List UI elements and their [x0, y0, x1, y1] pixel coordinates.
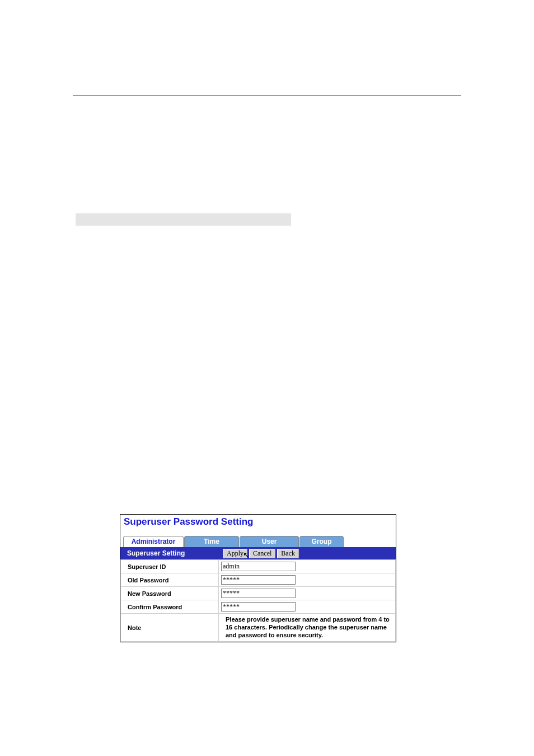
row-note: Note Please provide superuser name and p…	[121, 614, 396, 642]
input-new-password[interactable]	[221, 589, 296, 598]
input-superuser-id[interactable]	[221, 562, 296, 571]
row-old-password: Old Password	[121, 573, 396, 587]
tab-time[interactable]: Time	[184, 536, 239, 547]
tab-user[interactable]: User	[240, 536, 299, 547]
input-old-password[interactable]	[221, 575, 296, 585]
panel-title: Superuser Password Setting	[120, 515, 396, 536]
label-old-password: Old Password	[121, 573, 219, 587]
cancel-button[interactable]: Cancel	[249, 549, 275, 558]
back-button[interactable]: Back	[277, 549, 299, 558]
row-new-password: New Password	[121, 587, 396, 600]
section-header: Superuser Setting Apply ↖ Cancel Back	[120, 547, 396, 559]
apply-button-label: Apply	[227, 549, 243, 557]
tab-strip: Administrator Time User Group	[120, 536, 396, 547]
apply-button[interactable]: Apply ↖	[223, 549, 247, 558]
label-new-password: New Password	[121, 587, 219, 600]
tab-group[interactable]: Group	[299, 536, 344, 547]
input-confirm-password[interactable]	[221, 602, 296, 612]
row-superuser-id: Superuser ID	[121, 560, 396, 573]
section-heading: Superuser Setting	[120, 549, 221, 557]
label-confirm-password: Confirm Password	[121, 600, 219, 614]
label-note: Note	[121, 614, 219, 642]
label-superuser-id: Superuser ID	[121, 560, 219, 573]
note-text: Please provide superuser name and passwo…	[219, 614, 396, 642]
tab-administrator[interactable]: Administrator	[123, 536, 184, 547]
settings-table: Superuser ID Old Password New Password C…	[120, 559, 396, 642]
page-rule	[73, 95, 461, 96]
row-confirm-password: Confirm Password	[121, 600, 396, 614]
section-actions: Apply ↖ Cancel Back	[221, 549, 299, 558]
password-setting-panel: Superuser Password Setting Administrator…	[120, 514, 396, 642]
gray-bar	[76, 213, 291, 226]
